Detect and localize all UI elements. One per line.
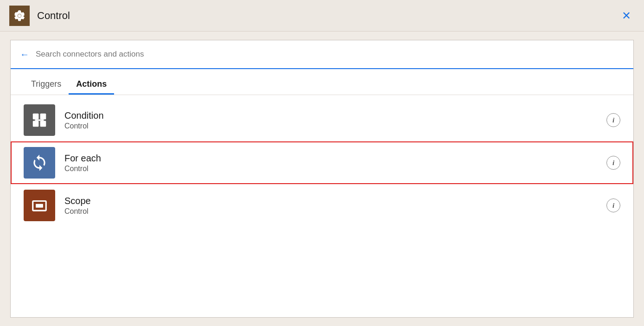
- close-button[interactable]: ✕: [618, 6, 635, 25]
- scope-icon: [24, 190, 55, 221]
- svg-rect-1: [33, 114, 39, 120]
- condition-name: Condition: [64, 110, 606, 121]
- main-panel: ← Triggers Actions Condition: [10, 40, 634, 318]
- for-each-info-button[interactable]: i: [606, 156, 620, 170]
- scope-text: Scope Control: [64, 196, 606, 216]
- condition-text: Condition Control: [64, 110, 606, 130]
- action-item-condition[interactable]: Condition Control i: [11, 99, 633, 141]
- action-item-scope[interactable]: Scope Control i: [11, 184, 633, 227]
- for-each-name: For each: [64, 153, 606, 164]
- svg-point-0: [18, 14, 21, 17]
- back-button[interactable]: ←: [20, 50, 29, 59]
- condition-icon: [24, 104, 55, 136]
- tab-triggers[interactable]: Triggers: [24, 71, 69, 95]
- svg-rect-9: [36, 204, 43, 208]
- tab-bar: Triggers Actions: [11, 71, 633, 95]
- action-item-for-each[interactable]: For each Control i: [11, 141, 633, 184]
- for-each-icon: [24, 147, 55, 179]
- condition-sub: Control: [64, 122, 606, 130]
- svg-rect-3: [33, 121, 39, 127]
- condition-info-button[interactable]: i: [606, 113, 620, 127]
- search-bar: ←: [11, 40, 633, 69]
- header-icon: [9, 6, 30, 26]
- svg-rect-2: [40, 114, 46, 120]
- scope-info-button[interactable]: i: [606, 198, 620, 212]
- scope-sub: Control: [64, 207, 606, 216]
- for-each-text: For each Control: [64, 153, 606, 173]
- header-title: Control: [37, 10, 618, 22]
- search-input[interactable]: [36, 50, 624, 59]
- tab-actions[interactable]: Actions: [69, 71, 114, 95]
- actions-list: Condition Control i For each Control i: [11, 95, 633, 317]
- svg-rect-4: [40, 121, 46, 127]
- for-each-sub: Control: [64, 165, 606, 173]
- header: Control ✕: [0, 0, 644, 32]
- scope-name: Scope: [64, 196, 606, 206]
